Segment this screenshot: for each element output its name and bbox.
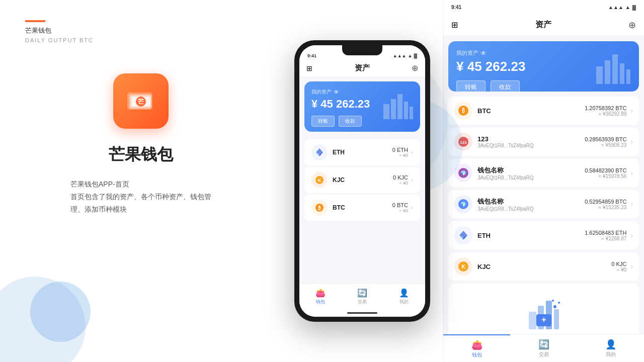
kjc-amount: 0 KJC ≈ ¥0: [393, 174, 408, 186]
trade-tab-label: 交易: [358, 299, 367, 305]
right-status-icons: ▲▲▲ ▲ ▓: [608, 5, 636, 10]
right-tab-mine[interactable]: 👤 我的: [577, 334, 644, 362]
right-wallet-tab-label: 钱包: [472, 351, 482, 358]
phone-tab-trade[interactable]: 🔄 交易: [341, 284, 383, 309]
phone-tab-mine[interactable]: 👤 我的: [383, 284, 425, 309]
eye-icon[interactable]: 👁: [334, 89, 339, 95]
right-kjc-arrow: ›: [630, 262, 633, 270]
desc-line2: 首页包含了我的资产、各个币种资产、钱包管: [70, 193, 211, 201]
right-wallet1-info: 钱包名称 3AvEQt1R8...TsZ4fpaRQ: [477, 166, 585, 180]
right-content: 我的资产 👁 ¥ 45 262.23 转账 收款 ₿ BTC: [443, 36, 644, 334]
svg-point-41: [553, 305, 556, 308]
right-tab-wallet[interactable]: 👛 钱包: [443, 334, 510, 362]
home-bar: [347, 312, 377, 314]
right-wallet2-icon: 💎: [454, 195, 472, 213]
right-btc-icon: ₿: [454, 102, 472, 120]
phone-inner: 9:41 ▲▲▲ ▲ ▓ ⊞ 资产 ⊕ 我的资产 👁: [299, 45, 425, 317]
btc-icon: ₿: [311, 200, 328, 216]
brand-subtitle: DAILY OUTPUT BTC: [25, 37, 257, 43]
right-panel: 9:41 ▲▲▲ ▲ ▓ ⊞ 资产 ⊕ 我的资产 👁 ¥ 45 262.23 转…: [443, 0, 644, 362]
svg-rect-5: [383, 104, 389, 119]
right-eth-arrow: ›: [630, 231, 633, 239]
right-eye-icon[interactable]: 👁: [480, 50, 487, 57]
svg-rect-20: [620, 63, 624, 84]
svg-text:💎: 💎: [460, 201, 467, 208]
app-icon: 芒: [113, 73, 169, 129]
brand-name-small: 芒果钱包: [25, 26, 257, 35]
right-wallet2-amount: 0.52954859 BTC ≈ ¥15235.23: [585, 199, 626, 210]
transfer-button[interactable]: 转账: [311, 116, 335, 127]
battery-icon: ▓: [414, 53, 417, 58]
right-asset-card: 我的资产 👁 ¥ 45 262.23 转账 收款: [448, 41, 639, 92]
eth-amount: 0 ETH ≈ ¥0: [392, 147, 408, 158]
coin-item-btc[interactable]: ₿ BTC 0 BTC ≈ ¥0 ›: [304, 195, 420, 221]
kjc-icon: K: [311, 172, 328, 188]
right-123-arrow: ›: [630, 138, 633, 146]
svg-rect-38: [554, 309, 559, 329]
phone-content: 我的资产 👁 ¥ 45 262.23 转账 收款: [299, 77, 425, 284]
eth-arrow: ›: [411, 149, 413, 156]
right-coin-123[interactable]: 123 123 3AvEQt1R8...TsZ4fpaRQ 0.28563939…: [448, 128, 639, 156]
svg-rect-19: [612, 54, 618, 84]
app-desc: 芒果钱包APP-首页 首页包含了我的资产、各个币种资产、钱包管 理、添加币种模块: [70, 178, 211, 216]
right-coin-btc[interactable]: ₿ BTC 1.20758392 BTC ≈ ¥36292.89 ›: [448, 97, 639, 125]
mine-tab-label: 我的: [399, 299, 409, 305]
svg-text:₿: ₿: [318, 205, 321, 211]
eth-prompt: + 请先创建或导入ETH钱包 创建 导入: [448, 284, 639, 334]
right-status-bar: 9:41 ▲▲▲ ▲ ▓: [443, 0, 644, 14]
right-coin-wallet2[interactable]: 💎 钱包名称 3AvEQt1R8...TsZ4fpaRQ 0.52954859 …: [448, 190, 639, 218]
right-eth-amount: 1.62508483 ETH ≈ ¥1268.87: [585, 230, 626, 241]
svg-point-43: [552, 300, 554, 302]
svg-text:💎: 💎: [460, 170, 467, 176]
eth-name: ETH: [333, 149, 392, 156]
right-coin-eth[interactable]: ETH 1.62508483 ETH ≈ ¥1268.87 ›: [448, 221, 639, 249]
right-mine-tab-icon: 👤: [605, 339, 616, 350]
kjc-arrow: ›: [411, 176, 413, 184]
right-menu-icon[interactable]: ⊞: [451, 20, 458, 30]
right-time: 9:41: [451, 5, 461, 10]
kjc-name: KJC: [333, 176, 393, 184]
right-kjc-info: KJC: [477, 263, 611, 270]
right-wallet1-amount: 0.58482390 BTC ≈ ¥15978.56: [585, 167, 626, 179]
right-transfer-button[interactable]: 转账: [456, 80, 486, 92]
right-trade-tab-label: 交易: [539, 351, 549, 358]
svg-rect-35: [529, 312, 536, 329]
wallet-tab-label: 钱包: [316, 299, 325, 305]
right-add-icon[interactable]: ⊕: [628, 20, 636, 31]
desc-line1: 芒果钱包APP-首页: [70, 180, 129, 188]
right-btc-arrow: ›: [630, 107, 633, 115]
add-icon[interactable]: ⊕: [412, 63, 418, 73]
right-123-info: 123 3AvEQt1R8...TsZ4fpaRQ: [477, 135, 585, 148]
right-wallet1-name: 钱包名称: [477, 166, 585, 175]
svg-rect-9: [410, 107, 413, 119]
phone-header-title: 资产: [355, 63, 370, 73]
right-wallet-tab-icon: 👛: [471, 339, 482, 350]
coin-item-eth[interactable]: ETH 0 ETH ≈ ¥0 ›: [304, 139, 420, 165]
right-btc-name: BTC: [477, 107, 585, 115]
right-kjc-amount: 0 KJC ≈ ¥0: [611, 261, 626, 273]
phone-wrapper: 9:41 ▲▲▲ ▲ ▓ ⊞ 资产 ⊕ 我的资产 👁: [282, 0, 443, 362]
right-header-title: 资产: [535, 20, 551, 30]
right-123-addr: 3AvEQt1R8...TsZ4fpaRQ: [477, 143, 585, 148]
right-trade-tab-icon: 🔄: [538, 339, 549, 350]
phone-header: ⊞ 资产 ⊕: [299, 59, 425, 77]
coin-item-kjc[interactable]: K KJC 0 KJC ≈ ¥0 ›: [304, 167, 420, 193]
right-btc-info: BTC: [477, 107, 585, 115]
svg-rect-18: [605, 60, 610, 84]
right-receive-button[interactable]: 收款: [491, 80, 520, 92]
right-tab-trade[interactable]: 🔄 交易: [510, 334, 577, 362]
decorative-blob2: [30, 282, 91, 342]
phone-status-icons: ▲▲▲ ▲ ▓: [393, 53, 417, 58]
receive-button[interactable]: 收款: [339, 116, 362, 127]
svg-rect-17: [596, 66, 603, 84]
left-panel: 芒果钱包 DAILY OUTPUT BTC 芒 芒果钱包 芒果钱包APP-首页 …: [0, 0, 282, 362]
menu-icon[interactable]: ⊞: [306, 64, 312, 72]
phone-tab-wallet[interactable]: 👛 钱包: [299, 284, 341, 309]
wallet-tab-icon: 👛: [315, 288, 326, 298]
right-wallet2-addr: 3AvEQt1R8...TsZ4fpaRQ: [477, 206, 585, 212]
right-coin-wallet1[interactable]: 💎 钱包名称 3AvEQt1R8...TsZ4fpaRQ 0.58482390 …: [448, 159, 639, 187]
right-eth-info: ETH: [477, 232, 585, 239]
right-123-name: 123: [477, 135, 585, 143]
right-coin-kjc[interactable]: K KJC 0 KJC ≈ ¥0 ›: [448, 252, 639, 281]
btc-name: BTC: [333, 204, 392, 211]
